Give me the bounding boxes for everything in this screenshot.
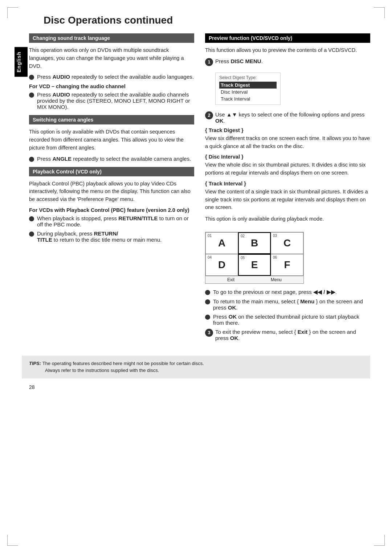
step-1-content: Press DISC MENU. bbox=[215, 58, 370, 64]
grid-num-04: 04 bbox=[208, 255, 212, 259]
bullet-main-menu-text: To return to the main menu, select { Men… bbox=[213, 298, 370, 311]
track-interval-desc2: This option is only available during pla… bbox=[205, 215, 370, 223]
grid-cell-c: 03 C bbox=[271, 232, 303, 254]
bullet-angle: Press ANGLE repeatedly to select the ava… bbox=[29, 156, 194, 162]
bullet-dot-nav2 bbox=[205, 299, 210, 304]
page-title-suffix: continued bbox=[122, 15, 173, 26]
tips-box: TIPS: The operating features described h… bbox=[22, 356, 370, 378]
preview-intro: This function allows you to preview the … bbox=[205, 46, 370, 54]
grid-cell-f: 06 F bbox=[271, 254, 303, 276]
menu-item-disc-interval: Disc Interval bbox=[219, 89, 277, 95]
grid-label-a: A bbox=[218, 237, 225, 249]
section1-intro: This operation works only on DVDs with m… bbox=[29, 46, 194, 70]
section-header-pbc: Playback Control (VCD only) bbox=[29, 167, 194, 176]
grid-bottom-row: 04 D 05 E 06 F bbox=[205, 254, 303, 276]
step-number-1: 1 bbox=[205, 58, 213, 66]
grid-cell-d: 04 D bbox=[205, 254, 238, 276]
disc-interval-desc: View the whole disc in six thumbnail pic… bbox=[205, 161, 370, 177]
section-header-preview: Preview function (VCD/SVCD only) bbox=[205, 33, 370, 43]
grid-label-e: E bbox=[251, 259, 258, 271]
bullet-main-menu: To return to the main menu, select { Men… bbox=[205, 298, 370, 311]
page-title: Disc Operations continued bbox=[22, 15, 370, 26]
bullet-nav-prev-next-text: To go to the previous or next page, pres… bbox=[213, 289, 337, 295]
step-number-2: 2 bbox=[205, 111, 213, 119]
grid-footer: Exit Menu bbox=[205, 276, 303, 283]
bullet-ok-thumbnail: Press OK on the selected thumbnail pictu… bbox=[205, 314, 370, 326]
bullet-audio-2: Press AUDIO repeatedly to select the ava… bbox=[29, 91, 194, 110]
grid-footer-menu: Menu bbox=[271, 277, 282, 282]
grid-label-b: B bbox=[251, 237, 258, 249]
section3-intro: Playback Control (PBC) playback allows y… bbox=[29, 180, 194, 204]
bullet-dot-pbc1 bbox=[29, 216, 34, 221]
right-column: Preview function (VCD/SVCD only) This fu… bbox=[205, 33, 370, 345]
tips-line2: Always refer to the instructions supplie… bbox=[29, 368, 159, 373]
grid-label-c: C bbox=[283, 237, 291, 249]
menu-item-track-digest: Track Digest bbox=[219, 82, 277, 89]
subsection-vcd-audio: For VCD – changing the audio channel bbox=[29, 83, 194, 89]
language-tab: English bbox=[15, 47, 28, 77]
bullet-dot-angle bbox=[29, 157, 34, 162]
section-header-camera: Switching camera angles bbox=[29, 115, 194, 124]
grid-top-row: 01 A 02 B 03 C bbox=[205, 232, 303, 254]
grid-label-f: F bbox=[284, 259, 290, 271]
disc-menu-box: Select Digest Type: Track Digest Disc In… bbox=[215, 73, 281, 105]
bullet-pbc-2: During playback, press RETURN/TITLE to r… bbox=[29, 230, 194, 243]
grid-footer-exit: Exit bbox=[227, 277, 234, 282]
grid-num-01: 01 bbox=[208, 234, 212, 238]
step-2-content: Use ▲▼ keys to select one of the followi… bbox=[215, 111, 370, 124]
bullet-dot-nav3 bbox=[205, 315, 210, 320]
bullet-audio-1-text: Press AUDIO repeatedly to select the ava… bbox=[37, 74, 194, 80]
bullet-dot bbox=[29, 75, 34, 80]
tips-label: TIPS: bbox=[29, 361, 41, 366]
grid-num-06: 06 bbox=[273, 255, 277, 259]
bullet-audio-2-text: Press AUDIO repeatedly to select the ava… bbox=[37, 91, 194, 110]
bullet-angle-text: Press ANGLE repeatedly to select the ava… bbox=[37, 156, 191, 162]
track-digest-header: { Track Digest } bbox=[205, 127, 370, 133]
grid-cell-b: 02 B bbox=[238, 232, 271, 254]
page-number: 28 bbox=[22, 384, 370, 390]
grid-display: 01 A 02 B 03 C 0 bbox=[205, 232, 304, 284]
bullet-dot-pbc2 bbox=[29, 232, 34, 237]
disc-menu-label: Select Digest Type: bbox=[219, 75, 277, 80]
step-3-row: 3 To exit the preview menu, select { Exi… bbox=[205, 329, 370, 341]
bullet-dot-2 bbox=[29, 93, 34, 98]
subsection-pbc-feature: For VCDs with Playback Control (PBC) fea… bbox=[29, 207, 194, 213]
page-title-main: Disc Operations bbox=[44, 15, 122, 26]
section-header-sound-track: Changing sound track language bbox=[29, 33, 194, 43]
section2-intro: This option is only available with DVDs … bbox=[29, 128, 194, 152]
step-2-row: 2 Use ▲▼ keys to select one of the follo… bbox=[205, 111, 370, 124]
bullet-dot-nav1 bbox=[205, 290, 210, 295]
step-3-content: To exit the preview menu, select { Exit … bbox=[215, 329, 370, 341]
bullet-pbc-2-text: During playback, press RETURN/TITLE to r… bbox=[37, 230, 162, 243]
bullet-pbc-1-text: When playback is stopped, press RETURN/T… bbox=[37, 215, 194, 228]
track-interval-desc1: View the content of a single track in si… bbox=[205, 188, 370, 212]
grid-display-wrapper: 01 A 02 B 03 C 0 bbox=[205, 227, 370, 289]
track-interval-header: { Track Interval } bbox=[205, 181, 370, 187]
left-column: Changing sound track language This opera… bbox=[29, 33, 194, 345]
grid-label-d: D bbox=[218, 259, 225, 271]
step-1-row: 1 Press DISC MENU. bbox=[205, 58, 370, 66]
bullet-ok-thumbnail-text: Press OK on the selected thumbnail pictu… bbox=[213, 314, 370, 326]
grid-cell-e: 05 E bbox=[238, 254, 271, 276]
step-number-3: 3 bbox=[205, 329, 213, 337]
grid-num-03: 03 bbox=[273, 234, 277, 238]
content-area: Changing sound track language This opera… bbox=[22, 33, 370, 345]
disc-interval-header: { Disc Interval } bbox=[205, 154, 370, 160]
grid-num-05: 05 bbox=[241, 256, 245, 260]
grid-num-02: 02 bbox=[241, 234, 245, 238]
track-digest-desc: View six different tracks on one screen … bbox=[205, 135, 370, 151]
grid-cell-a: 01 A bbox=[205, 232, 238, 254]
bullet-audio-1: Press AUDIO repeatedly to select the ava… bbox=[29, 74, 194, 80]
bullet-pbc-1: When playback is stopped, press RETURN/T… bbox=[29, 215, 194, 228]
tips-line1: The operating features described here mi… bbox=[42, 361, 204, 366]
bullet-nav-prev-next: To go to the previous or next page, pres… bbox=[205, 289, 370, 295]
menu-item-track-interval: Track Interval bbox=[219, 95, 277, 102]
